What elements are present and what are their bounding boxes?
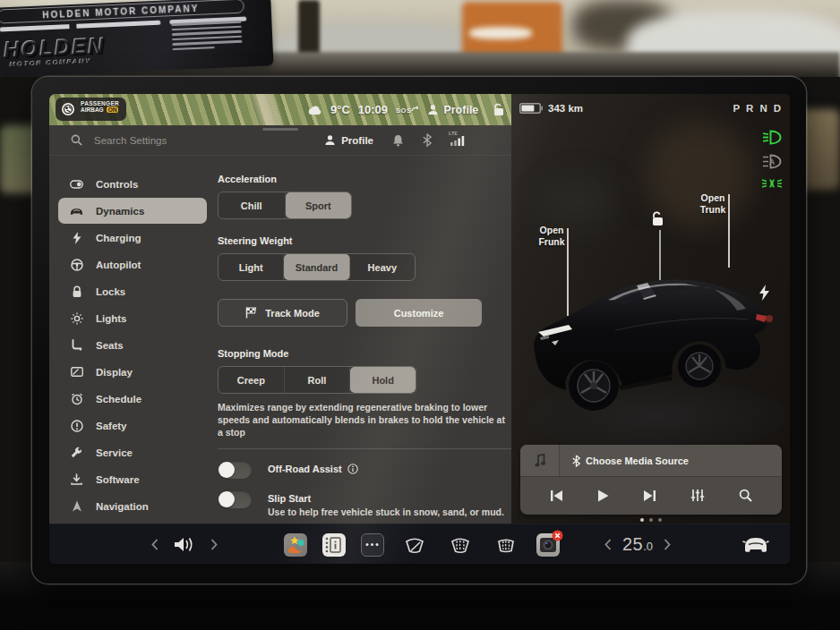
media-source-row[interactable]: Choose Media Source: [520, 445, 782, 477]
gear-p[interactable]: P: [733, 103, 740, 114]
next-track-button[interactable]: [643, 490, 656, 502]
person-icon: [324, 134, 336, 146]
volume-down-chevron[interactable]: [151, 539, 159, 550]
sidebar-item-label: Display: [96, 367, 133, 378]
acceleration-segmented-control: Chill Sport: [218, 192, 352, 219]
slip-start-description: Use to help free vehicle stuck in snow, …: [268, 507, 504, 517]
wiper-icon[interactable]: [403, 534, 426, 556]
steering-weight-label: Steering Weight: [218, 235, 511, 246]
airbag-text-1: PASSENGER: [81, 100, 119, 106]
vehicle-status-panel: 343 km P R N D A: [511, 94, 790, 524]
acceleration-option-chill[interactable]: Chill: [219, 192, 286, 218]
toggle-icon: [70, 180, 83, 189]
network-type-label: LTE: [449, 131, 458, 136]
volume-up-chevron[interactable]: [210, 539, 218, 550]
sidebar-item-schedule[interactable]: Schedule: [58, 386, 207, 412]
sidebar-item-label: Charging: [96, 233, 141, 243]
sidebar-item-autopilot[interactable]: Autopilot: [58, 251, 207, 277]
acceleration-option-sport[interactable]: Sport: [286, 192, 352, 218]
owners-manual-app-icon[interactable]: [322, 533, 346, 557]
track-mode-button[interactable]: Track Mode: [218, 299, 347, 327]
svg-text:A: A: [769, 158, 775, 166]
page-indicator-dots[interactable]: [511, 518, 790, 522]
customize-button[interactable]: Customize: [356, 299, 482, 327]
driver-profile-button[interactable]: Profile: [324, 134, 373, 146]
sidebar-item-seats[interactable]: Seats: [58, 332, 207, 358]
cellular-signal-indicator[interactable]: LTE: [450, 134, 465, 146]
search-icon: [71, 134, 82, 146]
status-bar: 9°C 10:09 SOS Profile: [307, 94, 506, 125]
audio-settings-icon[interactable]: [690, 489, 705, 502]
off-road-assist-toggle[interactable]: [218, 461, 252, 479]
sheet-drag-handle[interactable]: [262, 128, 298, 131]
bluetooth-status-icon[interactable]: [423, 133, 432, 147]
temp-down-chevron[interactable]: [604, 539, 612, 550]
dealer-sign: HOLDEN MOTOR COMPANY HOLDEN MOTOR COMPAN…: [0, 0, 274, 78]
vehicle-lock-button[interactable]: [648, 211, 666, 227]
sidebar-item-display[interactable]: Display: [58, 359, 207, 385]
slip-start-label: Slip Start: [268, 493, 311, 504]
front-defrost-icon[interactable]: [449, 534, 472, 556]
steering-option-standard[interactable]: Standard: [284, 254, 349, 280]
camera-app-icon[interactable]: [536, 533, 560, 557]
sidebar-item-label: Software: [96, 474, 140, 485]
info-icon[interactable]: [347, 464, 358, 474]
sidebar-item-navigation[interactable]: Navigation: [58, 493, 207, 519]
play-button[interactable]: [597, 490, 609, 502]
off-road-assist-label: Off-Road Assist: [268, 464, 342, 474]
speaker-icon[interactable]: [173, 535, 196, 554]
sidebar-item-label: Safety: [96, 421, 127, 431]
media-search-button[interactable]: [739, 489, 752, 502]
sidebar-item-controls[interactable]: Controls: [58, 171, 207, 197]
navigation-icon: [70, 500, 83, 512]
notifications-bell-icon[interactable]: [392, 134, 404, 147]
gear-n[interactable]: N: [759, 103, 767, 114]
steering-option-light[interactable]: Light: [219, 254, 284, 280]
acceleration-label: Acceleration: [218, 174, 511, 184]
vehicle-3d-view[interactable]: [522, 244, 784, 459]
sidebar-item-locks[interactable]: Locks: [58, 278, 207, 304]
sidebar-item-label: Schedule: [96, 394, 141, 404]
tesla-touchscreen: PASSENGER AIRBAG ON 9°C 10:09 SOS: [32, 77, 806, 583]
battery-range[interactable]: 343 km: [519, 103, 583, 114]
slip-start-toggle[interactable]: [218, 490, 252, 508]
car-icon: [70, 206, 83, 217]
sidebar-item-charging[interactable]: Charging: [58, 225, 207, 251]
gear-indicator: P R N D: [733, 103, 781, 114]
sidebar-item-safety[interactable]: Safety: [58, 413, 207, 438]
sidebar-item-label: Service: [96, 447, 133, 458]
sidebar-item-label: Seats: [96, 340, 124, 351]
car-front-icon[interactable]: [741, 535, 771, 555]
cabin-temperature[interactable]: 25.0: [622, 534, 653, 555]
sidebar-item-software[interactable]: Software: [58, 466, 207, 492]
auto-high-beam-icon: A: [762, 154, 782, 169]
steering-option-heavy[interactable]: Heavy: [350, 254, 415, 280]
stopping-option-roll[interactable]: Roll: [285, 367, 351, 393]
app-icons: [284, 524, 560, 564]
rear-defrost-icon[interactable]: [494, 534, 518, 556]
temp-up-chevron[interactable]: [664, 539, 671, 550]
stopping-option-creep[interactable]: Creep: [219, 367, 285, 393]
bluetooth-icon: [572, 455, 580, 467]
previous-track-button[interactable]: [550, 490, 563, 502]
battery-icon: [519, 103, 543, 114]
airbag-on-badge: ON: [107, 106, 119, 113]
stopping-option-hold[interactable]: Hold: [350, 367, 416, 393]
search-input[interactable]: Search Settings: [94, 135, 167, 146]
app-drawer-icon[interactable]: [361, 533, 384, 557]
settings-panel: Search Settings Profile: [49, 125, 511, 524]
gear-r[interactable]: R: [746, 103, 753, 114]
exterior-lights-indicators: A: [761, 130, 783, 189]
toybox-app-icon[interactable]: [284, 533, 307, 557]
sidebar-item-service[interactable]: Service: [58, 439, 207, 465]
lock-open-icon[interactable]: [492, 103, 506, 116]
range-value: 343 km: [548, 103, 583, 114]
sun-icon: [70, 312, 83, 325]
sidebar-item-dynamics[interactable]: Dynamics: [58, 198, 207, 224]
sidebar-item-label: Navigation: [96, 501, 149, 512]
gear-d[interactable]: D: [774, 103, 781, 114]
outside-temperature: 9°C: [330, 103, 350, 116]
sidebar-item-label: Autopilot: [96, 260, 141, 270]
sidebar-item-lights[interactable]: Lights: [58, 305, 207, 331]
driver-profile-button-top[interactable]: Profile: [427, 104, 478, 116]
